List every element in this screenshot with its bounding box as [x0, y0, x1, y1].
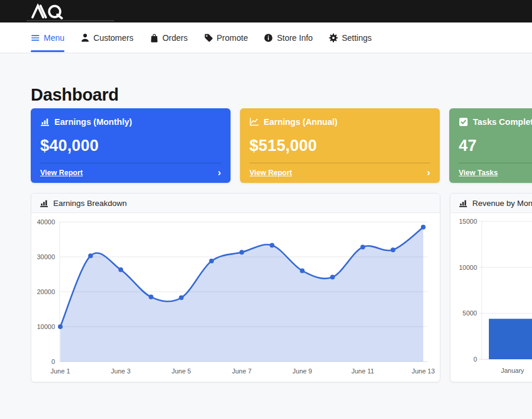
nav-item-label: Menu — [44, 33, 64, 43]
svg-text:0: 0 — [473, 356, 477, 363]
bar-chart-icon — [40, 199, 48, 208]
svg-text:0: 0 — [51, 358, 55, 365]
svg-text:20000: 20000 — [37, 288, 55, 295]
stat-card-value: $40,000 — [40, 137, 221, 155]
line-chart-icon — [249, 117, 259, 127]
nav-item-label: Promote — [217, 33, 248, 43]
nav-item-settings[interactable]: Settings — [329, 22, 372, 53]
stat-card-title: Earnings (Annual) — [264, 117, 338, 127]
stat-card-earnings-monthly: Earnings (Monthly) $40,000 View Report › — [31, 108, 231, 183]
stat-card-footer: View Report › — [249, 163, 430, 183]
revenue-by-month-card: Revenue by Month 050001000015000January — [450, 193, 532, 382]
hamburger-icon — [31, 33, 40, 43]
chevron-right-icon[interactable]: › — [427, 167, 430, 178]
bar-chart-icon — [459, 199, 468, 208]
chart-card-header: Earnings Breakdown — [31, 194, 440, 213]
revenue-by-month-chart[interactable]: 050001000015000January — [450, 213, 532, 382]
earnings-breakdown-chart[interactable]: 010000200003000040000June 1June 3June 5J… — [31, 213, 440, 382]
nav-item-store-info[interactable]: Store Info — [264, 22, 313, 53]
charts-row: Earnings Breakdown 010000200003000040000… — [31, 193, 532, 382]
svg-text:June 5: June 5 — [171, 368, 191, 375]
chart-title: Revenue by Month — [472, 199, 532, 208]
chart-title: Earnings Breakdown — [53, 199, 127, 208]
bag-icon — [150, 33, 159, 43]
chevron-right-icon[interactable]: › — [218, 167, 221, 178]
svg-text:10000: 10000 — [37, 323, 55, 330]
tag-icon — [204, 33, 213, 43]
view-tasks-link[interactable]: View Tasks — [459, 169, 498, 177]
main-content: Dashboard Earnings (Monthly) $40,000 Vie… — [0, 53, 532, 382]
svg-text:June 7: June 7 — [232, 368, 251, 375]
stat-card-title: Tasks Completed — [473, 117, 532, 127]
chart-card-header: Revenue by Month — [450, 194, 532, 213]
svg-text:June 9: June 9 — [293, 368, 312, 375]
stat-card-title: Earnings (Monthly) — [54, 117, 132, 127]
bar-chart-icon — [40, 117, 50, 127]
gear-icon — [329, 33, 338, 43]
view-report-link[interactable]: View Report — [249, 169, 292, 177]
brand-logo[interactable] — [24, 4, 80, 20]
svg-text:June 13: June 13 — [411, 368, 434, 375]
nav-item-customers[interactable]: Customers — [80, 22, 134, 53]
svg-text:5000: 5000 — [463, 310, 477, 317]
svg-text:15000: 15000 — [459, 218, 477, 225]
nav-item-orders[interactable]: Orders — [150, 22, 188, 53]
brand-logo-icon — [24, 4, 80, 20]
check-square-icon — [459, 117, 468, 127]
info-icon — [264, 33, 273, 43]
stat-card-earnings-annual: Earnings (Annual) $515,000 View Report › — [240, 108, 440, 183]
stat-card-footer: View Tasks › — [459, 163, 532, 183]
stat-card-header: Earnings (Monthly) — [40, 117, 221, 127]
topbar — [0, 0, 532, 22]
nav-item-label: Store Info — [277, 33, 313, 43]
nav-item-label: Customers — [93, 33, 134, 43]
main-nav: Menu Customers Orders Promote Store Info — [0, 22, 532, 53]
nav-item-promote[interactable]: Promote — [204, 22, 248, 53]
stat-card-value: 47 — [459, 137, 532, 155]
nav-item-label: Orders — [163, 33, 188, 43]
nav-item-label: Settings — [342, 33, 372, 43]
view-report-link[interactable]: View Report — [40, 169, 83, 177]
svg-text:10000: 10000 — [459, 264, 477, 271]
nav-item-menu[interactable]: Menu — [31, 22, 64, 53]
svg-text:June 1: June 1 — [50, 368, 70, 375]
page-title: Dashboard — [31, 85, 532, 105]
stat-card-footer: View Report › — [40, 163, 221, 183]
stat-card-header: Earnings (Annual) — [249, 117, 430, 127]
stat-card-value: $515,000 — [249, 137, 430, 155]
earnings-breakdown-card: Earnings Breakdown 010000200003000040000… — [31, 193, 440, 382]
svg-text:30000: 30000 — [37, 253, 55, 260]
svg-text:June 11: June 11 — [352, 368, 374, 375]
stat-card-header: Tasks Completed — [459, 117, 532, 127]
person-icon — [80, 33, 90, 43]
stat-cards-row: Earnings (Monthly) $40,000 View Report ›… — [31, 108, 532, 183]
svg-text:40000: 40000 — [37, 218, 55, 225]
svg-text:January: January — [501, 367, 524, 374]
stat-card-tasks-completed: Tasks Completed 47 View Tasks › — [449, 108, 532, 183]
svg-text:June 3: June 3 — [111, 368, 131, 375]
